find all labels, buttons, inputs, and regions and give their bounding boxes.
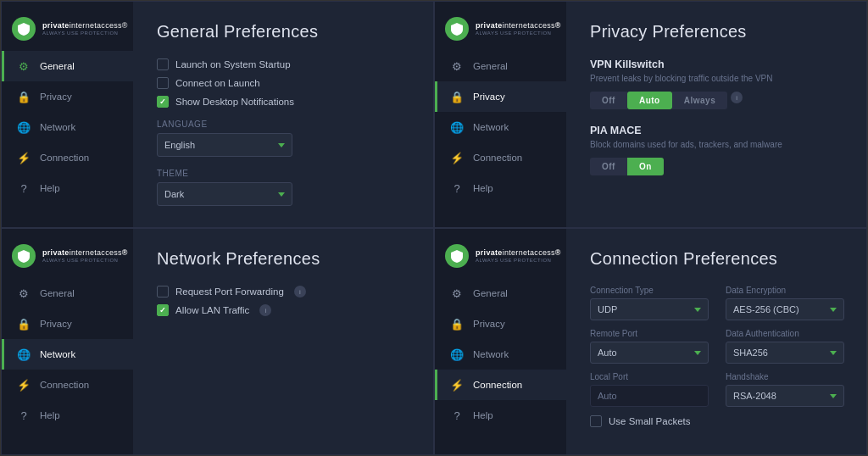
- data-auth-label: Data Authentication: [726, 329, 844, 338]
- language-group: Language English: [157, 120, 409, 157]
- pia-mace-off-btn[interactable]: Off: [590, 158, 627, 175]
- data-auth-arrow-icon: [830, 351, 837, 355]
- theme-select[interactable]: Dark: [157, 182, 292, 206]
- connection-title: Connection Preferences: [590, 249, 843, 269]
- help-icon-4: ?: [449, 408, 465, 423]
- killswitch-auto-btn[interactable]: Auto: [627, 92, 672, 109]
- sidebar-item-connection-4[interactable]: ⚡ Connection: [435, 370, 566, 400]
- connection-content: Connection Preferences Connection Type U…: [566, 229, 866, 454]
- sidebar-item-network-3[interactable]: 🌐 Network: [2, 339, 133, 370]
- sidebar-item-connection[interactable]: ⚡ Connection: [2, 142, 133, 173]
- gear-icon: ⚙: [16, 58, 31, 74]
- killswitch-section: VPN Killswitch Prevent leaks by blocking…: [590, 58, 843, 109]
- lan-traffic-checkbox[interactable]: [157, 304, 169, 316]
- network-icon: 🌐: [16, 120, 31, 135]
- sidebar-item-general-2[interactable]: ⚙ General: [435, 51, 566, 81]
- desktop-notif-label: Show Desktop Notifications: [175, 97, 294, 107]
- brand-icon-4: [445, 244, 469, 268]
- network-content: Network Preferences Request Port Forward…: [133, 229, 433, 454]
- connection-icon-3: ⚡: [16, 377, 31, 392]
- network-sidebar: privateinternetaccess® always use protec…: [2, 229, 133, 454]
- pia-mace-section: PIA MACE Block domains used for ads, tra…: [590, 125, 843, 175]
- lan-traffic-row: Allow LAN Traffic i: [157, 304, 409, 316]
- killswitch-desc: Prevent leaks by blocking traffic outsid…: [590, 73, 843, 85]
- brand-logo-4: privateinternetaccess® always use protec…: [435, 236, 566, 278]
- brand-logo: privateinternetaccess® always use protec…: [2, 8, 133, 51]
- general-nav: ⚙ General 🔒 Privacy 🌐 Network ⚡ Connecti…: [2, 51, 133, 203]
- privacy-content: Privacy Preferences VPN Killswitch Preve…: [566, 2, 866, 227]
- port-forwarding-checkbox[interactable]: [157, 286, 169, 298]
- help-icon-2: ?: [449, 181, 465, 196]
- language-label: Language: [157, 120, 409, 129]
- port-forwarding-info-icon[interactable]: i: [294, 286, 306, 298]
- sidebar-item-help-4[interactable]: ? Help: [435, 400, 566, 431]
- connection-icon-4: ⚡: [449, 377, 465, 392]
- local-port-input[interactable]: [590, 385, 709, 407]
- sidebar-item-privacy-2[interactable]: 🔒 Privacy: [435, 81, 566, 112]
- lock-icon-2: 🔒: [449, 89, 465, 104]
- brand-icon-3: [12, 244, 36, 268]
- general-title: General Preferences: [157, 22, 409, 42]
- connection-type-arrow-icon: [694, 308, 701, 312]
- theme-arrow-icon: [278, 192, 285, 197]
- data-encryption-arrow-icon: [830, 308, 837, 312]
- data-auth-select[interactable]: SHA256: [726, 342, 844, 364]
- lan-traffic-info-icon[interactable]: i: [259, 304, 271, 316]
- brand-text-2: privateinternetaccess® always use protec…: [476, 22, 561, 36]
- launch-startup-row: Launch on System Startup: [157, 58, 409, 70]
- sidebar-item-general-3[interactable]: ⚙ General: [2, 278, 133, 309]
- killswitch-title: VPN Killswitch: [590, 58, 843, 70]
- connect-launch-checkbox[interactable]: [157, 77, 169, 89]
- sidebar-item-help-3[interactable]: ? Help: [2, 400, 133, 431]
- theme-label: Theme: [157, 169, 409, 178]
- sidebar-item-network-2[interactable]: 🌐 Network: [435, 112, 566, 142]
- remote-port-select[interactable]: Auto: [590, 342, 709, 364]
- lock-icon: 🔒: [16, 89, 31, 104]
- sidebar-item-general-4[interactable]: ⚙ General: [435, 278, 566, 309]
- pia-mace-title: PIA MACE: [590, 125, 843, 136]
- launch-startup-checkbox[interactable]: [157, 58, 169, 70]
- general-sidebar: privateinternetaccess® always use protec…: [2, 2, 133, 227]
- sidebar-item-general[interactable]: ⚙ General: [2, 51, 133, 81]
- network-nav: ⚙ General 🔒 Privacy 🌐 Network ⚡ Connecti…: [2, 278, 133, 431]
- sidebar-item-help-2[interactable]: ? Help: [435, 173, 566, 203]
- sidebar-item-network[interactable]: 🌐 Network: [2, 112, 133, 142]
- pia-mace-on-btn[interactable]: On: [627, 158, 664, 175]
- sidebar-item-connection-2[interactable]: ⚡ Connection: [435, 142, 566, 173]
- lock-icon-4: 🔒: [449, 316, 465, 331]
- local-port-label: Local Port: [590, 372, 709, 381]
- sidebar-item-network-4[interactable]: 🌐 Network: [435, 339, 566, 370]
- network-icon-4: 🌐: [449, 347, 465, 362]
- language-arrow-icon: [278, 143, 285, 147]
- remote-port-label: Remote Port: [590, 329, 709, 338]
- data-auth-field: Data Authentication SHA256: [726, 329, 844, 364]
- small-packets-checkbox[interactable]: [590, 415, 602, 427]
- brand-icon: [12, 17, 36, 41]
- data-encryption-select[interactable]: AES-256 (CBC): [726, 298, 844, 320]
- pia-mace-desc: Block domains used for ads, trackers, an…: [590, 139, 843, 151]
- help-icon-3: ?: [16, 408, 31, 423]
- local-port-field: Local Port: [590, 372, 709, 407]
- killswitch-always-btn[interactable]: Always: [672, 92, 727, 109]
- gear-icon-4: ⚙: [449, 286, 465, 301]
- sidebar-item-connection-3[interactable]: ⚡ Connection: [2, 370, 133, 400]
- sidebar-item-privacy[interactable]: 🔒 Privacy: [2, 81, 133, 112]
- privacy-nav: ⚙ General 🔒 Privacy 🌐 Network ⚡ Connecti…: [435, 51, 566, 203]
- connection-type-select[interactable]: UDP: [590, 298, 709, 320]
- handshake-select[interactable]: RSA-2048: [726, 385, 844, 407]
- killswitch-info-icon[interactable]: i: [731, 92, 743, 103]
- privacy-panel: privateinternetaccess® always use protec…: [434, 1, 867, 228]
- sidebar-item-privacy-3[interactable]: 🔒 Privacy: [2, 309, 133, 339]
- general-content: General Preferences Launch on System Sta…: [133, 2, 433, 227]
- connection-sidebar: privateinternetaccess® always use protec…: [435, 229, 566, 454]
- network-icon-2: 🌐: [449, 120, 465, 135]
- gear-icon-2: ⚙: [449, 58, 465, 74]
- killswitch-off-btn[interactable]: Off: [590, 92, 627, 109]
- network-panel: privateinternetaccess® always use protec…: [1, 228, 434, 455]
- lock-icon-3: 🔒: [16, 316, 31, 331]
- sidebar-item-help[interactable]: ? Help: [2, 173, 133, 203]
- sidebar-item-privacy-4[interactable]: 🔒 Privacy: [435, 309, 566, 339]
- desktop-notif-checkbox[interactable]: [157, 96, 169, 108]
- language-select[interactable]: English: [157, 133, 292, 157]
- port-forwarding-label: Request Port Forwarding: [175, 286, 284, 297]
